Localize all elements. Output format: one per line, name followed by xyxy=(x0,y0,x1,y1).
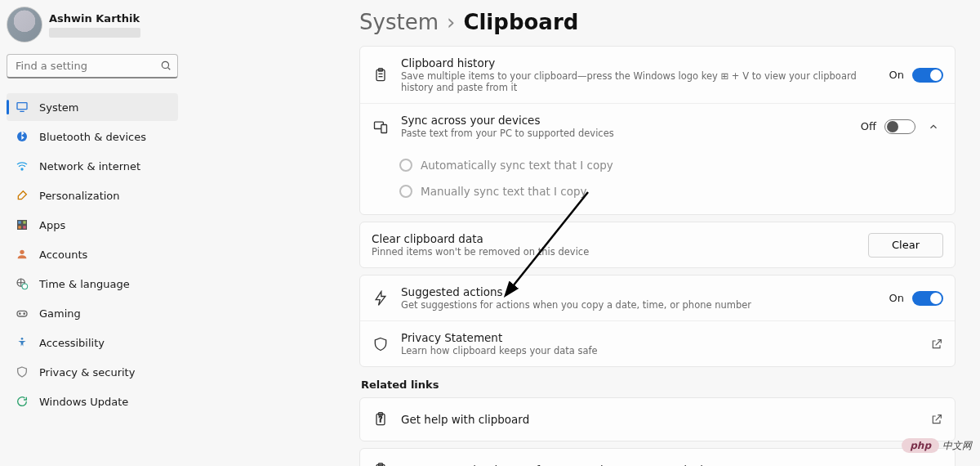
shield-outline-icon xyxy=(372,335,390,353)
setting-clipboard-history[interactable]: Clipboard history Save multiple items to… xyxy=(360,47,955,103)
sync-option-auto[interactable]: Automatically sync text that I copy xyxy=(399,152,943,178)
external-link-icon xyxy=(930,413,943,426)
setting-subtitle: Get suggestions for actions when you cop… xyxy=(401,299,889,311)
svg-point-0 xyxy=(162,61,168,68)
settings-group: Clipboard history Save multiple items to… xyxy=(359,46,956,215)
setting-sync-devices[interactable]: Sync across your devices Paste text from… xyxy=(360,103,955,149)
svg-point-15 xyxy=(24,313,24,314)
sidebar-item-apps[interactable]: Apps xyxy=(7,211,178,239)
svg-rect-9 xyxy=(23,226,27,230)
toggle-state-label: Off xyxy=(861,120,876,132)
sidebar-item-label: Privacy & security xyxy=(39,366,135,379)
sidebar-item-label: Network & internet xyxy=(39,160,140,173)
svg-rect-22 xyxy=(381,124,387,132)
sidebar-item-personalization[interactable]: Personalization xyxy=(7,181,178,209)
radio-label: Manually sync text that I copy xyxy=(421,185,587,198)
setting-title: Clear clipboard data xyxy=(372,232,868,245)
sync-icon xyxy=(372,118,390,136)
svg-point-16 xyxy=(21,338,24,340)
system-icon xyxy=(15,100,29,114)
accessibility-icon xyxy=(15,335,29,350)
related-get-help[interactable]: ? Get help with clipboard xyxy=(360,398,955,441)
external-link-icon xyxy=(930,338,943,351)
setting-subtitle: Paste text from your PC to supported dev… xyxy=(401,128,861,139)
chevron-right-icon: › xyxy=(447,10,455,34)
paintbrush-icon xyxy=(15,188,29,203)
sidebar-item-network[interactable]: Network & internet xyxy=(7,152,178,180)
sidebar-item-time-language[interactable]: Time & language xyxy=(7,270,178,298)
svg-rect-13 xyxy=(17,311,27,316)
update-icon xyxy=(15,394,29,409)
breadcrumb-root[interactable]: System xyxy=(359,10,439,34)
sidebar-item-accessibility[interactable]: Accessibility xyxy=(7,329,178,356)
sidebar-item-system[interactable]: System xyxy=(7,93,178,121)
setting-title: Clipboard history xyxy=(401,56,889,69)
sidebar-item-label: Accessibility xyxy=(39,337,105,349)
sidebar-item-label: Apps xyxy=(39,219,65,231)
radio-label: Automatically sync text that I copy xyxy=(421,159,613,172)
radio-icon xyxy=(399,159,412,172)
svg-rect-8 xyxy=(18,226,22,230)
sync-option-manual[interactable]: Manually sync text that I copy xyxy=(399,178,943,204)
related-links-header: Related links xyxy=(361,379,956,391)
radio-icon xyxy=(399,185,412,198)
sidebar-item-windows-update[interactable]: Windows Update xyxy=(7,388,178,415)
sidebar-item-accounts[interactable]: Accounts xyxy=(7,240,178,268)
sidebar-item-gaming[interactable]: Gaming xyxy=(7,299,178,327)
clipboard-outline-icon xyxy=(372,461,390,466)
watermark-logo: php xyxy=(902,438,939,453)
globe-clock-icon xyxy=(15,276,29,291)
sidebar-item-privacy[interactable]: Privacy & security xyxy=(7,358,178,386)
settings-group: Clear clipboard data Pinned items won't … xyxy=(359,222,956,268)
toggle-state-label: On xyxy=(889,292,904,304)
gamepad-icon xyxy=(15,306,29,320)
sidebar-item-label: Time & language xyxy=(39,278,130,290)
settings-group: Suggested actions Get suggestions for ac… xyxy=(359,275,956,367)
search-field[interactable] xyxy=(7,54,178,78)
sidebar-item-label: System xyxy=(39,101,78,114)
search-input[interactable] xyxy=(7,54,178,78)
related-howto-transfer[interactable]: How to seamlessly transfer content betwe… xyxy=(360,449,955,466)
watermark-text: 中文网 xyxy=(942,439,972,453)
related-link-card: ? Get help with clipboard xyxy=(359,397,956,441)
suggested-actions-toggle[interactable] xyxy=(912,291,943,306)
svg-rect-6 xyxy=(18,221,22,225)
user-name: Ashwin Karthik xyxy=(49,12,140,25)
search-icon xyxy=(160,60,172,71)
watermark: php 中文网 xyxy=(902,438,972,453)
setting-title: Suggested actions xyxy=(401,285,889,298)
setting-suggested-actions[interactable]: Suggested actions Get suggestions for ac… xyxy=(360,276,955,320)
clear-button[interactable]: Clear xyxy=(868,233,943,258)
setting-subtitle: Learn how clipboard keeps your data safe xyxy=(401,345,930,356)
user-email-redacted xyxy=(49,28,140,38)
svg-text:?: ? xyxy=(379,415,382,423)
setting-title: Sync across your devices xyxy=(401,114,861,127)
setting-subtitle: Save multiple items to your clipboard—pr… xyxy=(401,70,889,93)
setting-privacy-statement[interactable]: Privacy Statement Learn how clipboard ke… xyxy=(360,320,955,366)
svg-point-14 xyxy=(20,313,20,314)
person-icon xyxy=(15,247,29,262)
svg-rect-7 xyxy=(23,221,27,225)
setting-title: Privacy Statement xyxy=(401,331,930,344)
sidebar-item-bluetooth[interactable]: Bluetooth & devices xyxy=(7,123,178,150)
user-header[interactable]: Ashwin Karthik xyxy=(7,7,178,43)
sidebar-item-label: Personalization xyxy=(39,190,120,202)
shield-icon xyxy=(15,365,29,379)
setting-clear-data: Clear clipboard data Pinned items won't … xyxy=(360,222,955,267)
sidebar-item-label: Bluetooth & devices xyxy=(39,131,146,143)
clipboard-history-toggle[interactable] xyxy=(912,68,943,83)
help-clipboard-icon: ? xyxy=(372,410,390,428)
svg-point-5 xyxy=(21,168,23,170)
chevron-up-icon[interactable] xyxy=(924,117,943,137)
svg-marker-23 xyxy=(376,291,385,305)
sync-toggle[interactable] xyxy=(884,119,915,134)
related-link-card: How to seamlessly transfer content betwe… xyxy=(359,448,956,466)
sidebar-nav: System Bluetooth & devices Network & int… xyxy=(7,93,178,415)
setting-subtitle: Pinned items won't be removed on this de… xyxy=(372,246,868,258)
svg-rect-2 xyxy=(17,103,27,110)
breadcrumb-current: Clipboard xyxy=(463,10,578,34)
clipboard-icon xyxy=(372,66,390,84)
sidebar-item-label: Windows Update xyxy=(39,396,128,408)
svg-point-10 xyxy=(20,250,24,254)
sidebar-item-label: Accounts xyxy=(39,249,87,261)
